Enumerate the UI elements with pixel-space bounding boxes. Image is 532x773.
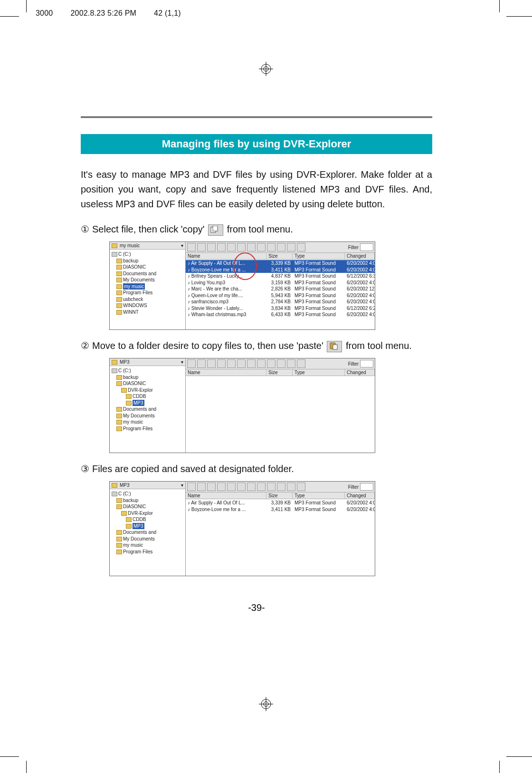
toolbar-button[interactable] (267, 359, 276, 368)
toolbar-button[interactable] (257, 243, 266, 251)
toolbar-button[interactable] (277, 483, 285, 491)
column-header-size[interactable]: Size (266, 253, 293, 259)
tree-node[interactable]: DIASONIC (112, 503, 183, 510)
tree-node[interactable]: DVR-Explor (112, 510, 183, 517)
column-header-type[interactable]: Type (293, 369, 345, 376)
tree-node[interactable]: backup (112, 258, 183, 264)
toolbar-button[interactable] (217, 243, 226, 251)
toolbar-button[interactable] (267, 483, 276, 491)
toolbar-button[interactable] (227, 359, 236, 368)
tree-node[interactable]: DVR-Explor (112, 387, 183, 394)
file-row[interactable]: ♪ Stevie Wonder - Lately...3,834 KBMP3 F… (186, 305, 375, 312)
tree-node[interactable]: Program Files (112, 425, 183, 432)
tree-node[interactable]: Documents and (112, 529, 183, 536)
toolbar-button[interactable] (197, 483, 206, 491)
tree-node[interactable]: MP3 (112, 400, 183, 406)
toolbar-button[interactable] (267, 243, 276, 251)
tree-node[interactable]: WINNT (112, 309, 183, 316)
toolbar-button[interactable] (227, 243, 236, 251)
tree-node[interactable]: CDDB (112, 393, 183, 400)
tree-node[interactable]: C (C:) (112, 367, 183, 374)
tree-node[interactable]: usbcheck (112, 296, 183, 303)
tree-node[interactable]: backup (112, 497, 183, 504)
toolbar-button[interactable] (257, 359, 266, 368)
file-row[interactable]: ♪ Queen-Love of my life....5,943 KBMP3 F… (186, 292, 375, 299)
tree-node[interactable]: MP3 (112, 523, 183, 530)
column-header-changed[interactable]: Changed (345, 369, 375, 376)
file-row[interactable]: ♪ Marc - We are the cha...2,826 KBMP3 Fo… (186, 286, 375, 292)
toolbar-button[interactable] (237, 243, 246, 251)
tree-node[interactable]: Documents and (112, 271, 183, 277)
column-headers[interactable]: NameSizeTypeChanged (186, 493, 375, 499)
column-header-size[interactable]: Size (266, 493, 293, 499)
column-header-type[interactable]: Type (293, 253, 345, 259)
file-row[interactable]: ♪ sanfrancisco.mp32,784 KBMP3 Format Sou… (186, 299, 375, 305)
column-header-name[interactable]: Name (186, 253, 266, 259)
tree-node[interactable]: Program Files (112, 290, 183, 296)
toolbar-button[interactable] (277, 359, 285, 368)
tree-node[interactable]: my music (112, 283, 183, 290)
toolbar-button[interactable] (217, 483, 226, 491)
toolbar-button[interactable] (197, 359, 206, 368)
toolbar-button[interactable] (187, 359, 196, 368)
tree-node[interactable]: Documents and (112, 406, 183, 413)
toolbar-button[interactable] (247, 243, 256, 251)
toolbar-button[interactable] (297, 243, 305, 251)
location-dropdown[interactable]: MP3▾ (110, 482, 185, 489)
toolbar-button[interactable] (277, 243, 285, 251)
file-list[interactable] (186, 376, 375, 453)
location-dropdown[interactable]: MP3▾ (110, 358, 185, 366)
toolbar-button[interactable] (227, 483, 236, 491)
location-dropdown[interactable]: my music▾ (110, 242, 185, 250)
tree-node[interactable]: My Documents (112, 277, 183, 283)
filter-dropdown[interactable] (360, 360, 373, 367)
toolbar-button[interactable] (207, 483, 216, 491)
tree-node[interactable]: my music (112, 542, 183, 549)
tree-node[interactable]: Program Files (112, 549, 183, 555)
toolbar-button[interactable] (197, 243, 206, 251)
toolbar-button[interactable] (207, 243, 216, 251)
toolbar-button[interactable] (237, 483, 246, 491)
file-list[interactable]: ♪ Air Supply - All Out Of L...3,339 KBMP… (186, 260, 375, 329)
column-header-name[interactable]: Name (186, 493, 266, 499)
toolbar-button[interactable] (237, 359, 246, 368)
column-header-size[interactable]: Size (266, 369, 293, 376)
filter-dropdown[interactable] (360, 483, 373, 491)
toolbar-button[interactable] (257, 483, 266, 491)
file-row[interactable]: ♪ Loving You.mp33,159 KBMP3 Format Sound… (186, 280, 375, 286)
tree-node[interactable]: backup (112, 374, 183, 381)
toolbar-button[interactable] (297, 483, 305, 491)
file-row[interactable]: ♪ Wham-last christmas.mp36,433 KBMP3 For… (186, 311, 375, 318)
column-header-changed[interactable]: Changed (345, 493, 375, 499)
tree-node[interactable]: WINDOWS (112, 302, 183, 309)
file-row[interactable]: ♪ Britney Spears - Lucky...4,837 KBMP3 F… (186, 273, 375, 280)
column-headers[interactable]: NameSizeTypeChanged (186, 253, 375, 260)
toolbar-button[interactable] (187, 483, 196, 491)
toolbar-button[interactable] (287, 243, 295, 251)
toolbar-button[interactable] (247, 483, 256, 491)
tree-node[interactable]: My Documents (112, 413, 183, 419)
tree-node[interactable]: DIASONIC (112, 264, 183, 271)
toolbar-button[interactable] (247, 359, 256, 368)
tree-node[interactable]: CDDB (112, 516, 183, 523)
toolbar-button[interactable] (297, 359, 305, 368)
toolbar-button[interactable] (287, 483, 295, 491)
toolbar-button[interactable] (217, 359, 226, 368)
folder-tree[interactable]: C (C:)backupDIASONICDocuments andMy Docu… (110, 250, 185, 317)
file-row[interactable]: ♪ Boyzone-Love me for a ...3,411 KBMP3 F… (186, 506, 375, 513)
column-header-type[interactable]: Type (293, 493, 345, 499)
toolbar-button[interactable] (187, 243, 196, 251)
tree-node[interactable]: C (C:) (112, 251, 183, 258)
filter-dropdown[interactable] (360, 243, 373, 251)
file-list[interactable]: ♪ Air Supply - All Out Of L...3,339 KBMP… (186, 499, 375, 576)
file-row[interactable]: ♪ Air Supply - All Out Of L...3,339 KBMP… (186, 260, 375, 267)
column-header-changed[interactable]: Changed (345, 253, 375, 259)
column-header-name[interactable]: Name (186, 369, 266, 376)
tree-node[interactable]: C (C:) (112, 491, 183, 497)
file-row[interactable]: ♪ Air Supply - All Out Of L...3,339 KBMP… (186, 500, 375, 506)
column-headers[interactable]: NameSizeTypeChanged (186, 369, 375, 376)
tree-node[interactable]: My Documents (112, 536, 183, 542)
tree-node[interactable]: DIASONIC (112, 380, 183, 387)
file-row[interactable]: ♪ Boyzone-Love me for a ...3,411 KBMP3 F… (186, 267, 375, 273)
tree-node[interactable]: my music (112, 419, 183, 425)
